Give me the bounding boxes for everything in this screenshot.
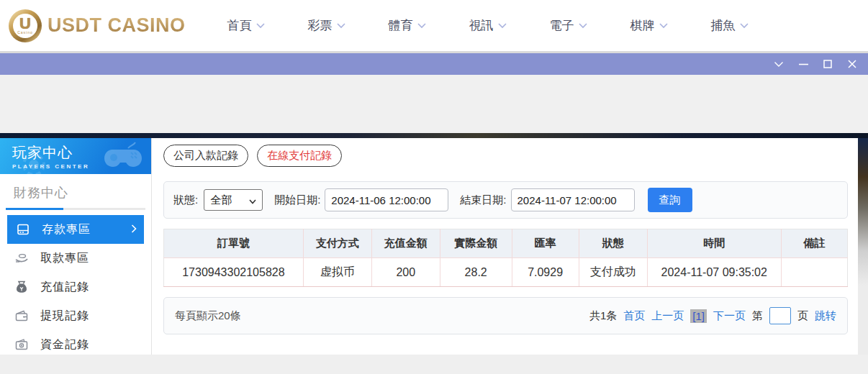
pagination-bar: 每頁顯示20條 共1条 首页 上一页 [1] 下一页 第 页 跳转: [163, 297, 848, 334]
nav-item-cards[interactable]: 棋牌: [630, 17, 668, 34]
chevron-down-icon: [579, 23, 587, 29]
col-actual-amount: 實際金額: [440, 229, 512, 258]
hand-coins-icon: [14, 252, 29, 264]
decor-strip: [0, 133, 868, 138]
cell-recharge-amount: 200: [371, 258, 440, 287]
page-size-text: 每頁顯示20條: [175, 309, 241, 323]
tab-online-payment-records[interactable]: 在線支付記錄: [257, 145, 342, 167]
sidebar-item-withdraw-zone[interactable]: 取款專區: [0, 244, 151, 273]
nav-item-lottery[interactable]: 彩票: [308, 17, 345, 34]
prev-page-link[interactable]: 上一页: [651, 309, 684, 323]
finance-section: 財務中心: [0, 174, 151, 208]
coins-icon: [14, 339, 29, 350]
cell-order-number: 1730943302105828: [164, 258, 304, 287]
close-icon[interactable]: [844, 57, 861, 71]
page-spacer: [0, 75, 868, 133]
deposit-machine-icon: [16, 223, 30, 236]
sidebar-item-recharge-records[interactable]: 充值記錄: [0, 273, 151, 301]
col-time: 時間: [647, 229, 781, 258]
nav-item-fishing[interactable]: 捕魚: [711, 17, 749, 34]
page-number-input[interactable]: [769, 307, 791, 324]
sidebar-item-funds-records[interactable]: 資金記錄: [0, 330, 151, 359]
end-date-input[interactable]: [511, 188, 635, 211]
status-label: 狀態:: [173, 193, 198, 207]
status-select-value: 全部: [210, 193, 232, 207]
cell-exchange-rate: 7.0929: [512, 258, 579, 287]
chevron-down-icon: [417, 23, 426, 29]
jump-prefix-label: 第: [752, 309, 763, 323]
status-select[interactable]: 全部: [204, 189, 263, 211]
chevron-down-icon[interactable]: [770, 57, 787, 71]
chevron-down-icon: [659, 23, 668, 29]
window-titlebar: [0, 51, 868, 75]
main-panel: 公司入款記錄 在線支付記錄 狀態: 全部 開始日期: 結束日期: 查詢 訂單號: [152, 138, 868, 355]
maximize-icon[interactable]: [819, 57, 836, 71]
current-page-indicator: [1]: [690, 309, 707, 323]
col-remark: 備註: [781, 229, 847, 258]
col-payment-method: 支付方式: [303, 229, 371, 258]
search-button[interactable]: 查詢: [648, 188, 692, 212]
cell-actual-amount: 28.2: [440, 258, 512, 287]
start-date-input[interactable]: [325, 188, 448, 211]
table-row: 1730943302105828 虚拟币 200 28.2 7.0929 支付成…: [164, 258, 848, 287]
cell-status: 支付成功: [579, 258, 647, 287]
brand-name: USDT CASINO: [48, 14, 186, 37]
sidebar-menu: 存款專區 取款專區 充值記錄 提現記: [0, 215, 151, 359]
record-tabs: 公司入款記錄 在線支付記錄: [163, 145, 848, 167]
col-order-number: 訂單號: [164, 229, 304, 258]
section-underline: [6, 208, 145, 210]
col-exchange-rate: 匯率: [512, 229, 579, 258]
col-recharge-amount: 充值金額: [371, 229, 440, 258]
logo-small-text: Casino: [17, 30, 33, 35]
sidebar-item-deposit-zone[interactable]: 存款專區: [7, 215, 144, 244]
sidebar: 玩家中心 PLAYERS CENTER 財務中心 存款專區: [0, 138, 152, 355]
filter-bar: 狀態: 全部 開始日期: 結束日期: 查詢: [163, 181, 848, 219]
chevron-down-icon: [740, 23, 749, 29]
wallet-icon: [14, 310, 29, 321]
main-nav: 首頁 彩票 體育 視訊 電子 棋牌 捕魚: [227, 17, 749, 34]
content-area: 玩家中心 PLAYERS CENTER 財務中心 存款專區: [0, 138, 868, 355]
first-page-link[interactable]: 首页: [623, 309, 645, 323]
nav-item-slots[interactable]: 電子: [550, 17, 587, 34]
chevron-down-icon: [256, 23, 265, 29]
pager: 共1条 首页 上一页 [1] 下一页 第 页 跳转: [589, 307, 836, 324]
finance-section-title: 財務中心: [14, 184, 151, 208]
chevron-down-icon: [249, 194, 256, 206]
col-status: 狀態: [579, 229, 647, 258]
chevron-down-icon: [337, 23, 345, 29]
brand-logo[interactable]: U Casino USDT CASINO: [9, 9, 186, 42]
nav-item-home[interactable]: 首頁: [227, 17, 265, 34]
tab-company-deposit-records[interactable]: 公司入款記錄: [163, 145, 248, 167]
end-date-label: 結束日期:: [460, 193, 506, 207]
cell-remark: [781, 258, 847, 287]
right-decor-strip: [858, 138, 868, 355]
chevron-right-icon: [131, 223, 137, 236]
cell-payment-method: 虚拟币: [303, 258, 371, 287]
gamepad-icon: [99, 140, 147, 174]
start-date-label: 開始日期:: [274, 193, 320, 207]
table-header-row: 訂單號 支付方式 充值金額 實際金額 匯率 狀態 時間 備註: [164, 229, 848, 258]
logo-ball-icon: U Casino: [9, 9, 42, 42]
next-page-link[interactable]: 下一页: [713, 309, 746, 323]
money-bag-icon: [14, 280, 29, 293]
cell-time: 2024-11-07 09:35:02: [647, 258, 781, 287]
jump-link[interactable]: 跳转: [815, 309, 836, 323]
minimize-icon[interactable]: [795, 57, 812, 71]
top-header: U Casino USDT CASINO 首頁 彩票 體育 視訊 電子 棋牌: [0, 0, 868, 51]
nav-item-video[interactable]: 視訊: [469, 17, 507, 34]
sidebar-item-withdrawal-records[interactable]: 提現記錄: [0, 301, 151, 330]
nav-item-sports[interactable]: 體育: [389, 17, 426, 34]
chevron-down-icon: [498, 23, 507, 29]
records-table: 訂單號 支付方式 充值金額 實際金額 匯率 狀態 時間 備註 173094330…: [163, 229, 848, 287]
players-center-header: 玩家中心 PLAYERS CENTER: [0, 138, 151, 174]
logo-monogram: U: [19, 17, 31, 30]
total-count-text: 共1条: [589, 309, 617, 323]
poker-chip-icon: [22, 152, 46, 174]
jump-suffix-label: 页: [797, 309, 808, 323]
